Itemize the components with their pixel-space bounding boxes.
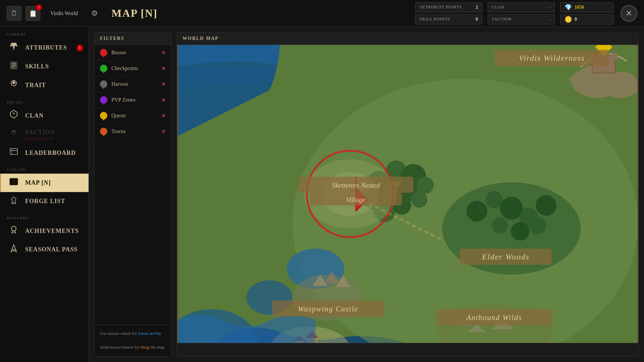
world-name: Virdis World <box>50 10 78 16</box>
svg-point-5 <box>13 82 15 84</box>
notification-badge: 1 <box>36 4 42 10</box>
sidebar-item-clan[interactable]: CLAN <box>0 106 89 125</box>
map-svg: Virdis Wilderness Sketterers Nested Vill… <box>177 45 638 343</box>
sidebar-item-skills[interactable]: SKILLS <box>0 57 89 76</box>
skill-points-row: SKILL POINTS 0 <box>415 14 482 24</box>
sidebar-item-forge[interactable]: FORGE LIST <box>0 192 89 210</box>
forge-label: FORGE LIST <box>25 198 65 205</box>
faction-icon <box>8 129 20 140</box>
seasonal-label: SEASONAL PASS <box>25 246 77 253</box>
trait-icon <box>8 79 20 92</box>
town-close-icon[interactable]: ✕ <box>161 128 166 135</box>
svg-text:Village: Village <box>346 196 366 204</box>
attribute-points-label: ATTRIBUTE POINTS <box>420 5 473 10</box>
faction-nav-label: FACTION <box>25 129 55 135</box>
faction-row: FACTION - <box>488 14 555 24</box>
svg-rect-10 <box>10 178 18 185</box>
filter-list: Bosses ✕ Checkpoints ✕ Harvest ✕ PVP Zon… <box>95 45 171 324</box>
currency-group: 💎 1050 🪙 0 <box>560 2 614 24</box>
sidebar-item-seasonal[interactable]: SEASONAL PASS <box>0 240 89 259</box>
town-label: Towns <box>111 128 161 134</box>
svg-text:Sketterers Nested: Sketterers Nested <box>332 182 380 189</box>
sidebar: COMBAT ATTRIBUTES ! SKILLS TRAIT SOCIAL … <box>0 27 89 362</box>
attribute-points-value: 2 <box>476 5 478 10</box>
currency2-row: 🪙 0 <box>560 14 614 24</box>
harvest-close-icon[interactable]: ✕ <box>161 81 166 87</box>
checkpoint-close-icon[interactable]: ✕ <box>161 65 166 72</box>
boss-dot <box>100 49 107 56</box>
sidebar-item-leaderboard[interactable]: LEADERBOARD <box>0 144 89 162</box>
page-title: MAP [N] <box>111 7 158 19</box>
sidebar-item-trait[interactable]: TRAIT <box>0 76 89 95</box>
world-map-header: WORLD MAP <box>177 33 638 45</box>
close-button[interactable]: ✕ <box>621 5 637 22</box>
skill-points-label: SKILL POINTS <box>420 17 473 22</box>
sidebar-item-achievements[interactable]: ACHIEVEMENTS <box>0 222 89 240</box>
pvp-close-icon[interactable]: ✕ <box>161 97 166 103</box>
svg-point-24 <box>500 197 523 220</box>
top-bar: 🗒 📋 1 Virdis World ⚙ MAP [N] ATTRIBUTE P… <box>0 0 644 27</box>
filter-quests[interactable]: Quests ✕ <box>95 108 171 124</box>
currency1-value: 1050 <box>575 5 584 10</box>
gem-icon: 💎 <box>565 4 572 11</box>
boss-close-icon[interactable]: ✕ <box>161 50 166 56</box>
inventory-icon[interactable]: 🗒 <box>7 6 21 21</box>
svg-point-26 <box>536 195 556 216</box>
filter-hint: Use mouse wheel for Zoom In/Out Hold mou… <box>95 324 171 356</box>
quest-dot <box>100 112 107 119</box>
main-content: FILTERS Bosses ✕ Checkpoints ✕ Harvest ✕… <box>89 27 644 362</box>
coin-icon: 🪙 <box>565 16 572 23</box>
leaderboard-label: LEADERBOARD <box>25 149 76 157</box>
svg-point-22 <box>467 201 487 222</box>
section-utility: UTILITY <box>0 162 89 174</box>
faction-label: FACTION <box>492 17 546 22</box>
harvest-label: Harvest <box>111 81 161 87</box>
journal-icon[interactable]: 📋 1 <box>25 6 40 21</box>
clan-row: CLAN - <box>488 2 555 12</box>
map-panel: WORLD MAP <box>177 32 639 357</box>
clan-value: - <box>549 5 550 10</box>
filter-harvest[interactable]: Harvest ✕ <box>95 76 171 92</box>
filter-bosses[interactable]: Bosses ✕ <box>95 45 171 61</box>
faction-value: - <box>549 17 550 22</box>
seasonal-icon <box>8 244 20 255</box>
social-group: CLAN - FACTION - <box>488 2 555 24</box>
sidebar-item-map[interactable]: MAP [N] <box>0 174 89 192</box>
checkpoint-dot <box>100 65 107 72</box>
achievements-icon <box>8 225 20 237</box>
trait-label: TRAIT <box>25 82 46 89</box>
skills-label: SKILLS <box>25 63 49 70</box>
attributes-alert: ! <box>76 45 83 51</box>
currency2-value: 0 <box>575 17 577 22</box>
clan-icon <box>8 110 20 122</box>
checkpoint-label: Checkpoints <box>111 65 161 71</box>
attributes-label: ATTRIBUTES <box>25 44 67 51</box>
forge-icon <box>8 195 20 207</box>
sidebar-item-faction[interactable]: FACTION Unlock at level 10 <box>0 125 89 144</box>
section-combat: COMBAT <box>0 27 89 38</box>
sidebar-item-attributes[interactable]: ATTRIBUTES ! <box>0 38 89 57</box>
svg-point-28 <box>511 222 529 241</box>
drag-hint: Drag <box>141 345 149 350</box>
filter-towns[interactable]: Towns ✕ <box>95 124 171 139</box>
clan-label: CLAN <box>25 112 44 119</box>
svg-text:Elder Woods: Elder Woods <box>482 252 530 261</box>
attributes-icon <box>8 42 20 54</box>
svg-text:Antbound Wilds: Antbound Wilds <box>466 313 522 322</box>
quest-label: Quests <box>111 113 161 119</box>
stat-panels: ATTRIBUTE POINTS 2 SKILL POINTS 0 CLAN -… <box>415 2 614 24</box>
filter-checkpoints[interactable]: Checkpoints ✕ <box>95 61 171 76</box>
filters-header: FILTERS <box>95 33 171 45</box>
map-view[interactable]: Virdis Wilderness Sketterers Nested Vill… <box>177 45 638 343</box>
currency1-row: 💎 1050 <box>560 2 614 12</box>
town-dot <box>100 128 107 135</box>
filter-pvp[interactable]: PVP Zones ✕ <box>95 92 171 108</box>
svg-text:Virdis Wilderness: Virdis Wilderness <box>519 54 585 62</box>
faction-unlock-text: Unlock at level 10 <box>25 136 55 140</box>
svg-point-39 <box>411 192 427 208</box>
settings-icon[interactable]: ⚙ <box>91 9 98 18</box>
pvp-label: PVP Zones <box>111 97 161 103</box>
quest-close-icon[interactable]: ✕ <box>161 113 166 119</box>
svg-text:Waspwing Castle: Waspwing Castle <box>298 305 358 313</box>
svg-point-23 <box>486 191 503 208</box>
